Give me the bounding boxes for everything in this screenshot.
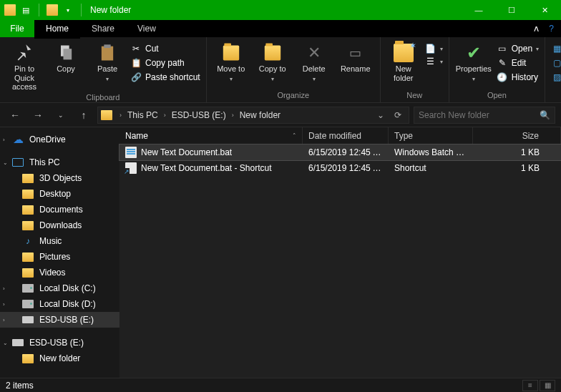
- select-none-button[interactable]: ▢Select none: [551, 57, 561, 69]
- view-large-icon[interactable]: ▦: [540, 380, 555, 391]
- breadcrumb[interactable]: New folder: [238, 110, 282, 120]
- properties-button[interactable]: ✔Properties▾: [455, 40, 492, 82]
- back-button[interactable]: ←: [6, 106, 24, 124]
- nav-item[interactable]: Desktop: [0, 186, 119, 202]
- file-type: Windows Batch File: [389, 147, 473, 157]
- cut-button[interactable]: ✂Cut: [130, 43, 200, 54]
- table-row[interactable]: New Text Document.bat6/15/2019 12:45 AMW…: [119, 144, 561, 160]
- search-input[interactable]: [419, 110, 540, 120]
- nav-onedrive[interactable]: ›☁OneDrive: [0, 132, 119, 147]
- nav-item[interactable]: ♪Music: [0, 233, 119, 249]
- column-size[interactable]: Size: [473, 127, 561, 144]
- chevron-right-icon[interactable]: ›: [229, 112, 237, 119]
- file-name: New Text Document.bat - Shortcut: [141, 163, 272, 173]
- file-list-pane: Name˄ Date modified Type Size New Text D…: [119, 127, 561, 378]
- easy-access-button[interactable]: ☰▾: [425, 56, 443, 67]
- nav-item[interactable]: Local Disk (C:)›: [0, 280, 119, 296]
- column-date[interactable]: Date modified: [303, 127, 389, 144]
- rename-button[interactable]: ▭Rename: [337, 40, 374, 74]
- column-name[interactable]: Name˄: [119, 127, 303, 144]
- edit-button[interactable]: ✎Edit: [497, 57, 539, 69]
- invert-selection-button[interactable]: ▨Invert selection: [551, 72, 561, 83]
- shortcut-icon: 🔗: [130, 72, 142, 83]
- paste-shortcut-button[interactable]: 🔗Paste shortcut: [130, 72, 200, 83]
- new-item-button[interactable]: 📄▾: [425, 43, 443, 54]
- nav-this-pc[interactable]: ⌄This PC: [0, 155, 119, 170]
- copy-path-button[interactable]: 📋Copy path: [130, 57, 200, 69]
- chevron-down-icon[interactable]: ▾: [106, 76, 109, 82]
- copy-to-icon: [263, 43, 283, 63]
- tab-share[interactable]: Share: [80, 20, 126, 37]
- caret-icon[interactable]: ›: [3, 301, 5, 308]
- qat-properties-icon[interactable]: ▤: [20, 6, 31, 15]
- select-none-icon: ▢: [551, 57, 561, 69]
- file-rows[interactable]: New Text Document.bat6/15/2019 12:45 AMW…: [119, 144, 561, 378]
- qat-dropdown-icon[interactable]: ▾: [62, 7, 74, 14]
- address-dropdown-icon[interactable]: ⌄: [373, 110, 389, 120]
- navigation-pane[interactable]: ›☁OneDrive ⌄This PC 3D ObjectsDesktopDoc…: [0, 127, 119, 378]
- move-to-button[interactable]: Move to▾: [213, 40, 250, 82]
- column-type[interactable]: Type: [389, 127, 473, 144]
- tab-home[interactable]: Home: [34, 20, 80, 37]
- nav-item[interactable]: Documents: [0, 202, 119, 217]
- caret-icon[interactable]: ›: [3, 285, 5, 292]
- copy-to-button[interactable]: Copy to▾: [254, 40, 291, 82]
- delete-icon: ✕: [304, 43, 324, 63]
- caret-icon[interactable]: ›: [3, 137, 5, 143]
- breadcrumb[interactable]: ESD-USB (E:): [170, 110, 228, 120]
- chevron-right-icon[interactable]: ›: [161, 112, 169, 119]
- forward-button[interactable]: →: [29, 106, 47, 124]
- tab-file[interactable]: File: [0, 20, 34, 37]
- help-icon[interactable]: ?: [549, 24, 554, 34]
- breadcrumb[interactable]: This PC: [126, 110, 160, 120]
- qat-newfolder-icon[interactable]: [47, 4, 58, 16]
- close-button[interactable]: ✕: [528, 0, 561, 20]
- status-text: 2 items: [6, 381, 34, 391]
- history-button[interactable]: 🕘History: [497, 72, 539, 83]
- new-folder-button[interactable]: New folder: [386, 40, 421, 82]
- minimize-button[interactable]: —: [462, 0, 495, 20]
- fold-icon: [21, 172, 34, 184]
- nav-item[interactable]: Videos: [0, 265, 119, 280]
- select-all-button[interactable]: ▦Select all: [551, 43, 561, 54]
- file-date: 6/15/2019 12:45 AM: [303, 147, 389, 157]
- nav-esd-usb-root[interactable]: ⌄ESD-USB (E:): [0, 335, 119, 351]
- nav-item[interactable]: Local Disk (D:)›: [0, 296, 119, 312]
- ribbon-collapse-icon[interactable]: ʌ: [534, 24, 539, 34]
- recent-dropdown[interactable]: ⌄: [52, 106, 70, 124]
- ribbon: Pin to Quick access Copy Paste ▾ ✂Cut 📋C…: [0, 37, 561, 103]
- table-row[interactable]: New Text Document.bat - Shortcut6/15/201…: [119, 160, 561, 176]
- nav-item[interactable]: Pictures: [0, 249, 119, 265]
- group-label: Organize: [213, 89, 374, 101]
- tab-view[interactable]: View: [126, 20, 167, 37]
- fold-icon: [21, 267, 34, 278]
- maximize-button[interactable]: ☐: [495, 0, 528, 20]
- open-button[interactable]: ▭Open ▾: [497, 43, 539, 54]
- copy-button[interactable]: Copy: [47, 40, 84, 74]
- address-bar[interactable]: › This PC › ESD-USB (E:) › New folder ⌄ …: [97, 107, 409, 124]
- nav-item[interactable]: ESD-USB (E:)›: [0, 312, 119, 328]
- search-box[interactable]: 🔍: [414, 107, 555, 124]
- nav-item[interactable]: Downloads: [0, 217, 119, 233]
- paste-button[interactable]: Paste ▾: [89, 40, 126, 82]
- delete-button[interactable]: ✕Delete▾: [296, 40, 333, 82]
- refresh-icon[interactable]: ⟳: [390, 110, 406, 120]
- usb-icon: [21, 314, 34, 325]
- paste-icon: [97, 43, 117, 63]
- view-details-icon[interactable]: ≡: [522, 380, 538, 391]
- edit-icon: ✎: [497, 57, 508, 69]
- caret-icon[interactable]: ⌄: [3, 160, 8, 166]
- invert-icon: ▨: [551, 72, 561, 83]
- nav-new-folder[interactable]: New folder: [0, 351, 119, 366]
- caret-icon[interactable]: ⌄: [3, 340, 8, 346]
- chevron-right-icon[interactable]: ›: [117, 112, 125, 119]
- group-clipboard: Pin to Quick access Copy Paste ▾ ✂Cut 📋C…: [0, 37, 207, 102]
- pin-to-quick-access-button[interactable]: Pin to Quick access: [6, 40, 43, 92]
- group-label: Clipboard: [6, 92, 200, 103]
- up-button[interactable]: ↑: [74, 106, 93, 124]
- sort-asc-icon: ˄: [293, 132, 296, 139]
- file-icon: [125, 162, 137, 174]
- file-type: Shortcut: [389, 163, 473, 173]
- nav-item[interactable]: 3D Objects: [0, 170, 119, 186]
- caret-icon[interactable]: ›: [3, 317, 5, 323]
